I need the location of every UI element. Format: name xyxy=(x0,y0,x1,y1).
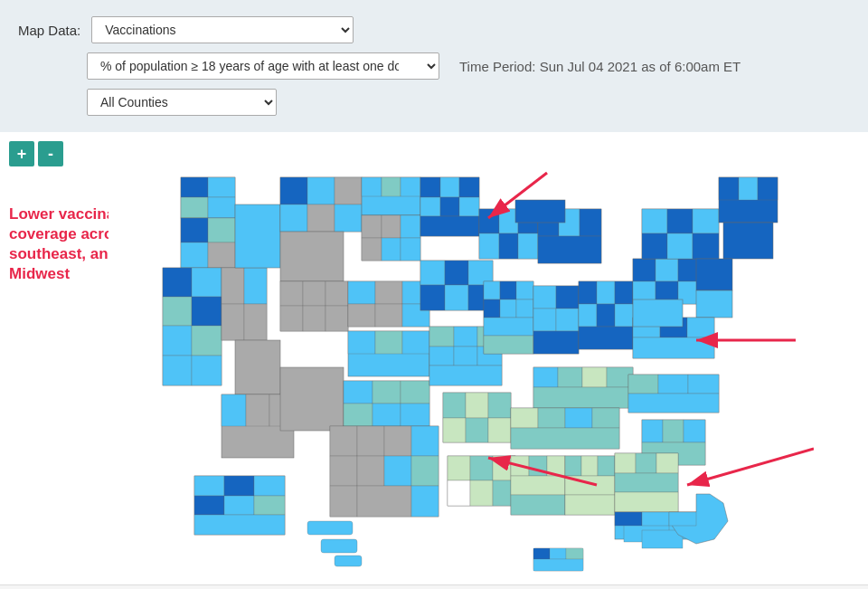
svg-rect-15 xyxy=(163,297,192,326)
svg-rect-72 xyxy=(373,381,401,404)
svg-rect-83 xyxy=(357,456,384,486)
svg-rect-95 xyxy=(459,197,479,216)
svg-rect-219 xyxy=(642,420,663,442)
svg-rect-245 xyxy=(335,556,362,566)
svg-rect-93 xyxy=(420,197,440,216)
svg-rect-36 xyxy=(280,281,303,306)
svg-rect-238 xyxy=(254,476,285,496)
svg-rect-250 xyxy=(533,559,583,571)
svg-rect-203 xyxy=(758,177,778,200)
svg-rect-118 xyxy=(488,418,511,442)
svg-rect-87 xyxy=(357,486,411,517)
svg-rect-56 xyxy=(362,238,382,261)
svg-rect-28 xyxy=(280,177,307,204)
svg-rect-183 xyxy=(580,209,601,236)
svg-rect-96 xyxy=(420,216,479,236)
header-section: Map Data: Vaccinations Cases Deaths Test… xyxy=(0,0,868,132)
svg-rect-91 xyxy=(440,177,459,197)
svg-rect-210 xyxy=(687,318,714,337)
metric-select[interactable]: % of population ≥ 18 years of age with a… xyxy=(87,52,439,80)
svg-rect-185 xyxy=(515,200,565,223)
svg-rect-23 xyxy=(244,268,267,304)
svg-rect-135 xyxy=(500,281,516,299)
svg-rect-109 xyxy=(454,347,477,366)
svg-rect-177 xyxy=(598,456,615,476)
svg-rect-241 xyxy=(254,496,285,515)
svg-rect-98 xyxy=(420,261,445,285)
svg-rect-116 xyxy=(443,418,466,442)
svg-rect-154 xyxy=(615,304,633,327)
svg-rect-187 xyxy=(633,259,656,281)
svg-rect-40 xyxy=(303,306,326,331)
svg-rect-158 xyxy=(558,367,582,387)
zoom-in-button[interactable]: + xyxy=(9,141,34,166)
svg-rect-31 xyxy=(280,204,307,232)
svg-rect-86 xyxy=(330,486,357,517)
svg-rect-14 xyxy=(192,268,222,297)
zoom-out-button[interactable]: - xyxy=(38,141,63,166)
svg-rect-144 xyxy=(556,286,579,309)
svg-rect-232 xyxy=(615,512,642,526)
svg-rect-16 xyxy=(192,297,222,326)
svg-rect-147 xyxy=(533,331,579,354)
svg-rect-146 xyxy=(556,309,579,331)
svg-rect-63 xyxy=(348,304,375,327)
legend-section: 0-29.9% 30-39.9% 40-49.9% 50-69.9% 70%+ … xyxy=(0,584,868,589)
svg-rect-194 xyxy=(642,209,667,233)
svg-rect-220 xyxy=(663,420,684,442)
svg-rect-132 xyxy=(518,233,538,259)
svg-rect-166 xyxy=(592,408,619,428)
svg-rect-17 xyxy=(163,326,192,356)
counties-select[interactable]: All Counties Urban Counties Rural Counti… xyxy=(87,89,277,116)
svg-rect-4 xyxy=(208,177,235,197)
svg-rect-90 xyxy=(420,177,440,197)
svg-rect-197 xyxy=(642,233,667,259)
svg-rect-225 xyxy=(636,453,656,473)
svg-rect-53 xyxy=(362,215,382,238)
svg-rect-8 xyxy=(181,218,208,242)
svg-rect-42 xyxy=(235,340,280,394)
svg-rect-51 xyxy=(401,177,420,196)
svg-rect-236 xyxy=(194,476,224,496)
zoom-controls: + - xyxy=(9,141,63,166)
svg-rect-30 xyxy=(335,177,362,204)
svg-rect-155 xyxy=(579,327,633,349)
svg-rect-164 xyxy=(538,408,565,428)
svg-rect-239 xyxy=(194,496,224,515)
svg-rect-29 xyxy=(307,177,335,204)
svg-rect-67 xyxy=(348,331,375,354)
svg-rect-114 xyxy=(466,393,488,418)
svg-rect-105 xyxy=(429,327,454,347)
svg-rect-150 xyxy=(597,281,615,304)
svg-rect-234 xyxy=(669,512,696,526)
svg-rect-54 xyxy=(382,215,401,238)
svg-rect-151 xyxy=(615,281,633,304)
svg-rect-221 xyxy=(684,420,705,442)
map-section: + - Lower vaccination coverage across th… xyxy=(0,132,868,584)
svg-rect-188 xyxy=(656,259,678,281)
svg-rect-102 xyxy=(445,285,468,310)
svg-rect-13 xyxy=(163,268,192,297)
svg-rect-172 xyxy=(511,476,565,495)
vaccination-select[interactable]: Vaccinations Cases Deaths Tests xyxy=(91,16,354,43)
svg-rect-58 xyxy=(401,238,420,261)
svg-rect-244 xyxy=(321,539,357,553)
svg-rect-138 xyxy=(500,299,516,318)
svg-rect-139 xyxy=(516,299,533,318)
svg-rect-26 xyxy=(235,204,280,268)
svg-rect-167 xyxy=(511,428,619,449)
svg-rect-68 xyxy=(375,331,402,354)
svg-rect-231 xyxy=(642,530,683,548)
svg-rect-84 xyxy=(384,456,411,486)
svg-rect-198 xyxy=(667,233,693,259)
svg-rect-212 xyxy=(633,299,683,327)
svg-rect-165 xyxy=(565,408,592,428)
svg-rect-179 xyxy=(565,495,615,515)
svg-rect-64 xyxy=(375,304,402,327)
svg-rect-196 xyxy=(693,209,719,233)
svg-rect-199 xyxy=(693,233,719,259)
svg-rect-131 xyxy=(499,233,518,259)
svg-rect-74 xyxy=(344,404,373,426)
svg-rect-175 xyxy=(565,456,581,476)
svg-rect-242 xyxy=(194,515,285,535)
